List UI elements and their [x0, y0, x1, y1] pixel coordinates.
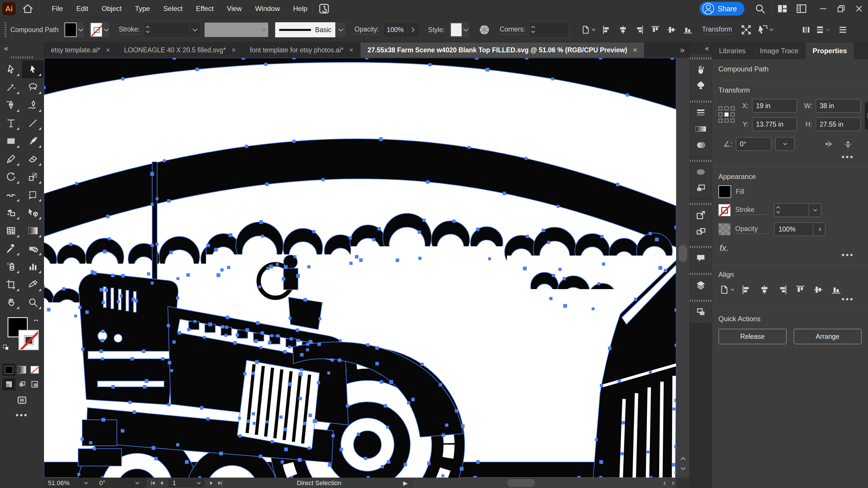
dock-export-panel[interactable] [690, 207, 712, 223]
align-center-v-icon[interactable] [813, 285, 824, 295]
tool-zoom[interactable] [22, 293, 44, 312]
appearance-opacity-swatch[interactable] [718, 223, 731, 235]
rotation-dropdown-status[interactable]: 0° [95, 478, 146, 488]
align-right-icon[interactable] [634, 25, 644, 35]
restore-button[interactable] [832, 1, 850, 17]
zoom-level-dropdown[interactable]: 51.06% [44, 478, 95, 488]
gradient-mode-button[interactable] [16, 364, 29, 376]
screen-mode-button[interactable] [0, 395, 44, 406]
document-tab[interactable]: font template for etsy photos.ai*× [243, 42, 361, 58]
dock-asset-export-panel[interactable] [690, 223, 712, 239]
x-field[interactable]: 19 in [752, 99, 797, 113]
menu-effect[interactable]: Effect [196, 5, 214, 13]
corners-stepper[interactable] [529, 22, 569, 38]
constrain-proportions-icon[interactable] [865, 102, 868, 130]
document-tab[interactable]: 27.55x38 Farm Scene w4020 Blank Top FILL… [361, 42, 644, 58]
horizontal-scrollbar-thumb[interactable] [507, 479, 535, 487]
dock-selection-ellipse-panel[interactable] [690, 164, 712, 180]
tool-selection[interactable] [0, 60, 22, 78]
tool-hand[interactable] [0, 293, 22, 312]
menu-view[interactable]: View [227, 5, 242, 13]
last-artboard-icon[interactable] [216, 479, 224, 487]
align-to-artboard-dropdown[interactable] [581, 25, 595, 35]
dock-brushes-panel[interactable] [690, 62, 712, 78]
distribute-horizontal-icon[interactable] [801, 25, 811, 35]
tool-rotate[interactable] [0, 168, 22, 186]
opacity-field[interactable]: 100% [383, 22, 420, 38]
tool-shaper[interactable] [0, 150, 22, 168]
align-left-icon[interactable] [602, 25, 612, 35]
tool-type[interactable] [0, 114, 22, 132]
dock-symbols-panel[interactable] [690, 78, 712, 94]
appearance-stroke-label[interactable]: Stroke [735, 206, 769, 215]
recolor-artwork-icon[interactable] [478, 24, 490, 36]
tab-close-icon[interactable]: × [633, 46, 637, 54]
tool-line-segment[interactable] [22, 114, 44, 132]
swap-fill-stroke-icon[interactable] [32, 318, 40, 325]
menu-window[interactable]: Window [255, 5, 280, 13]
dock-gradient-panel[interactable] [690, 121, 712, 137]
tool-pen[interactable] [0, 96, 22, 114]
tool-width[interactable] [0, 186, 22, 204]
horizontal-scrollbar[interactable] [412, 478, 676, 488]
stroke-weight-field[interactable] [774, 203, 822, 217]
tool-lasso[interactable] [22, 78, 44, 96]
tool-graph[interactable] [22, 258, 44, 275]
fx-effects-button[interactable]: fx. [718, 241, 862, 254]
tool-free-transform[interactable] [22, 186, 44, 204]
tool-artboard[interactable] [0, 275, 22, 293]
menu-object[interactable]: Object [101, 5, 122, 13]
opacity-label[interactable]: Opacity: [354, 26, 379, 34]
align-to-dropdown[interactable] [719, 285, 734, 295]
align-center-h-icon[interactable] [618, 25, 628, 35]
tool-perspective[interactable] [22, 204, 44, 222]
release-button[interactable]: Release [718, 329, 787, 344]
touch-workspace-icon[interactable] [318, 3, 330, 15]
align-right-icon[interactable] [777, 285, 787, 295]
align-bottom-icon[interactable] [831, 285, 841, 295]
toolbar-collapse-icon[interactable]: « [0, 42, 44, 54]
align-center-h-icon[interactable] [759, 285, 770, 295]
tool-eraser[interactable] [22, 150, 44, 168]
search-icon[interactable] [754, 3, 766, 14]
tool-scale[interactable] [22, 168, 44, 186]
controlbar-drag-handle[interactable] [5, 22, 6, 37]
dock-stroke-panel[interactable] [690, 105, 712, 121]
menu-help[interactable]: Help [293, 5, 307, 13]
isolate-selection-dropdown[interactable] [756, 24, 773, 36]
document-tab[interactable]: etsy template.ai*× [44, 42, 117, 58]
draw-normal-button[interactable] [3, 378, 16, 390]
opacity-panel-field[interactable]: 100% [774, 222, 826, 236]
reference-point-grid[interactable] [718, 106, 735, 123]
appearance-fill-swatch[interactable] [718, 185, 731, 198]
brush-definition-dropdown[interactable]: Basic [275, 22, 346, 38]
draw-inside-button[interactable] [28, 378, 41, 390]
graphic-style-dropdown[interactable] [449, 22, 470, 38]
menu-type[interactable]: Type [135, 5, 150, 13]
dock-artboards-panel[interactable] [690, 304, 712, 320]
draw-behind-button[interactable] [16, 378, 29, 390]
minimize-button[interactable] [814, 1, 832, 17]
y-field[interactable]: 13.775 in [752, 118, 797, 131]
current-tool-display[interactable]: Direct Selection ▶ [226, 478, 412, 488]
scroll-left-icon[interactable] [663, 481, 667, 485]
none-mode-button[interactable] [28, 364, 41, 376]
w-field[interactable]: 38 in [816, 99, 861, 113]
panel-tab-properties[interactable]: Properties [806, 42, 854, 59]
tool-gradient[interactable] [22, 222, 44, 240]
stroke-weight-label[interactable]: Stroke: [119, 26, 140, 34]
rotation-field[interactable]: 0° [736, 137, 772, 151]
tab-close-icon[interactable]: × [349, 46, 353, 54]
collapse-transform-icon[interactable] [740, 24, 752, 36]
panel-tab-libraries[interactable]: Libraries [712, 42, 753, 59]
scroll-right-icon[interactable] [671, 481, 675, 485]
dock-collapse-icon[interactable]: « [690, 42, 712, 54]
tab-overflow-icon[interactable]: » [674, 42, 689, 58]
tool-symbol-sprayer[interactable] [0, 258, 22, 275]
menu-select[interactable]: Select [163, 5, 183, 13]
stroke-weight-stepper[interactable] [144, 22, 200, 38]
home-icon[interactable] [22, 3, 34, 14]
menu-file[interactable]: File [52, 5, 63, 13]
tab-close-icon[interactable]: × [106, 46, 110, 54]
align-top-icon[interactable] [795, 285, 806, 295]
